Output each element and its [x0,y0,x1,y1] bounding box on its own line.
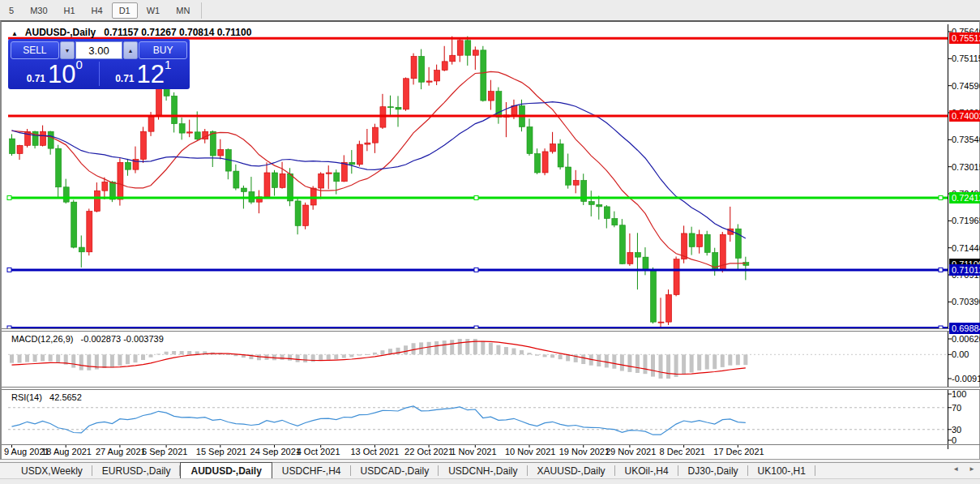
mt4-application: 5M30H1H4D1W1MN ▲ AUDUSD-,Daily 0.71157 0… [0,0,980,484]
hline-handle[interactable] [7,195,11,199]
date-axis-label: 24 Sep 2021 [250,447,301,456]
macd-axis-tick: 0.00 [952,349,969,360]
status-bar [0,478,980,484]
chart-tab-usdcnh-daily[interactable]: USDCNH-,Daily [439,463,527,478]
chart-tab-dj30-daily[interactable]: DJ30-,Daily [678,463,748,478]
date-axis-label: 18 Aug 2021 [41,447,92,456]
chart-window[interactable]: ▲ AUDUSD-,Daily 0.71157 0.71267 0.70814 … [0,20,980,460]
chart-tab-xauusd-daily[interactable]: XAUUSD-,Daily [528,463,615,478]
chart-tab-usdx-weekly[interactable]: USDX,Weekly [11,463,92,478]
timeframe-button-w1[interactable]: W1 [139,2,168,19]
date-axis-label: 8 Dec 2021 [660,447,705,456]
hline-price-label: 0.71012 [949,264,980,276]
chart-symbol-title: AUDUSD-,Daily [25,27,96,38]
date-axis-separator [2,444,980,445]
chart-tab-bar: USDX,WeeklyEURUSD-,DailyAUDUSD-,DailyUSD… [0,462,980,478]
chart-tab-audusd-daily[interactable]: AUDUSD-,Daily [180,462,272,478]
lot-size-input[interactable]: 3.00 [75,41,122,59]
hline-handle[interactable] [474,195,478,199]
date-axis-label: 15 Sep 2021 [196,447,246,456]
date-axis-label: 4 Oct 2021 [297,447,340,456]
rsi-axis-tick: 30 [952,425,961,435]
hline-price-label: 0.74002 [949,110,980,122]
sell-price-pips: 10 [48,63,75,86]
chart-tab-usdchf-h4[interactable]: USDCHF-,H4 [272,463,351,478]
date-axis-label: 19 Nov 2021 [559,447,610,456]
rsi-axis-tick: 0 [952,435,956,446]
timeframe-button-d1[interactable]: D1 [112,2,138,19]
tab-scroll-left-icon[interactable]: ◄ [951,464,961,474]
toolbar-separator [201,2,202,19]
timeframe-button-h1[interactable]: H1 [57,2,83,19]
chart-ohlc-values: 0.71157 0.71267 0.70814 0.71100 [104,27,251,38]
rsi-indicator-label: RSI(14) 42.5652 [11,392,82,402]
chart-tab-eurusd-daily[interactable]: EURUSD-,Daily [92,463,181,478]
macd-axis-tick: 0.006201 [952,334,980,345]
timeframe-button-5[interactable]: 5 [2,2,21,19]
timeframe-button-mn[interactable]: MN [169,2,197,19]
price-axis-tick: 0.73540 [952,135,980,145]
date-axis-label: 17 Dec 2021 [713,447,764,456]
hline-handle[interactable] [939,195,943,199]
price-axis-tick: 0.74590 [952,81,980,92]
chart-tab-usdcad-daily[interactable]: USDCAD-,Daily [351,463,439,478]
date-axis-label: 10 Nov 2021 [505,447,555,456]
chart-title-row: ▲ AUDUSD-,Daily 0.71157 0.71267 0.70814 … [11,27,251,38]
lot-decrease-button[interactable]: ▼ [60,41,75,59]
macd-axis-tick: -0.009197 [952,374,980,384]
buy-price-pips: 12 [137,63,165,86]
date-axis-label: 6 Sep 2021 [142,447,187,456]
sell-price-point: 0 [76,58,83,71]
chart-tab-ukoil-h4[interactable]: UKOil-,H4 [615,463,678,478]
price-axis-tick: 0.71440 [952,243,980,254]
rsi-pane-separator[interactable] [2,387,980,390]
hline-handle[interactable] [474,268,478,272]
hline-price-label: 0.75512 [949,32,980,44]
one-click-trade-panel: SELL ▼ 3.00 ▲ BUY 0.71 10 0 0.71 12 1 [8,39,190,89]
date-axis-label: 13 Oct 2021 [350,447,399,456]
timeframe-button-m30[interactable]: M30 [23,2,54,19]
price-axis-tick: 0.75115 [952,54,980,64]
sell-price-display[interactable]: 0.71 10 0 [11,60,99,88]
tab-scroll-nav: ◄ ► [951,464,977,474]
chart-tab-uk100-h1[interactable]: UK100-,H1 [748,463,815,478]
buy-button[interactable]: BUY [139,41,187,59]
macd-indicator-label: MACD(12,26,9) -0.002873 -0.003739 [11,334,164,344]
date-axis-label: 22 Oct 2021 [404,447,453,456]
hline-handle[interactable] [939,268,943,272]
rsi-axis-tick: 70 [952,403,961,413]
date-axis-label: 27 Aug 2021 [96,447,146,456]
timeframe-button-h4[interactable]: H4 [84,2,110,19]
hline-price-label: 0.72412 [949,192,980,203]
collapse-panel-icon[interactable]: ▲ [11,30,18,37]
tab-scroll-right-icon[interactable]: ► [967,464,977,474]
buy-price-prefix: 0.71 [115,73,134,84]
date-axis-label: 1 Nov 2021 [451,447,496,456]
hline-handle[interactable] [7,268,11,272]
macd-pane-separator[interactable] [2,328,980,332]
sell-price-prefix: 0.71 [27,73,45,84]
buy-price-display[interactable]: 0.71 12 1 [100,60,188,88]
date-axis-label: 29 Nov 2021 [606,447,656,456]
lot-increase-button[interactable]: ▲ [123,41,138,59]
buy-price-point: 1 [165,58,171,71]
rsi-axis-tick: 100 [952,389,966,400]
timeframe-toolbar: 5M30H1H4D1W1MN [0,0,980,20]
price-axis-tick: 0.70390 [952,297,980,307]
price-axis-tick: 0.71965 [952,216,980,226]
price-axis-tick: 0.73015 [952,162,980,173]
sell-button[interactable]: SELL [11,41,59,59]
hline-price-label: 0.69884 [949,323,980,334]
